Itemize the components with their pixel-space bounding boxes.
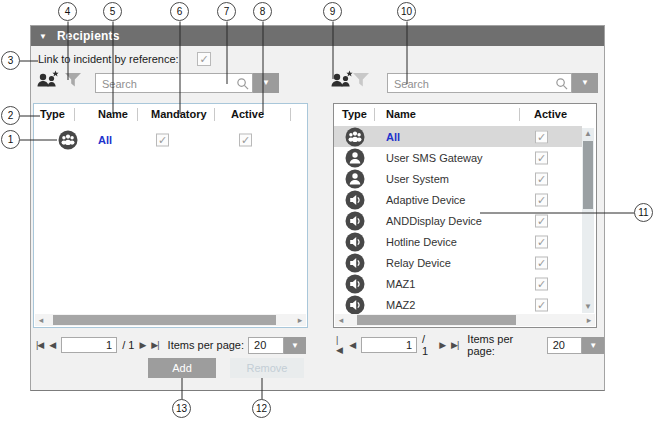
column-separator xyxy=(519,108,520,121)
right-search-dropdown-button[interactable]: ▼ xyxy=(572,73,598,93)
column-header-name[interactable]: Name xyxy=(98,108,128,120)
recipient-name: All xyxy=(98,134,112,146)
add-recipient-group-icon[interactable] xyxy=(36,70,60,90)
column-header-type[interactable]: Type xyxy=(40,108,65,120)
column-header-active[interactable]: Active xyxy=(231,108,264,120)
callout-11: 11 xyxy=(634,203,653,222)
user-icon xyxy=(345,148,365,168)
left-search-field[interactable] xyxy=(95,73,253,93)
speaker-icon xyxy=(345,211,365,231)
callout-6: 6 xyxy=(170,2,189,21)
table-row[interactable]: All✓✓ xyxy=(34,126,307,153)
horizontal-scrollbar[interactable]: ◂ ▸ xyxy=(335,314,595,326)
right-search-field[interactable] xyxy=(387,73,572,93)
column-header-type[interactable]: Type xyxy=(342,108,367,120)
filter-icon[interactable] xyxy=(64,71,82,89)
scrollbar-thumb[interactable] xyxy=(357,315,516,325)
active-checkbox[interactable]: ✓ xyxy=(535,151,548,164)
scroll-right-icon[interactable]: ▸ xyxy=(294,314,306,326)
last-page-button[interactable]: ▶| xyxy=(451,340,458,350)
table-row[interactable]: ANDDisplay Device✓ xyxy=(334,210,596,231)
callout-4: 4 xyxy=(58,2,77,21)
column-header-name[interactable]: Name xyxy=(386,108,416,120)
left-pager: |◀ ◀ / 1 ▶ ▶| Items per page: 20 ▼ xyxy=(33,336,306,354)
table-row[interactable]: Hotline Device✓ xyxy=(334,231,596,252)
items-per-page-dropdown[interactable]: ▼ xyxy=(582,337,604,354)
recipient-name: All xyxy=(386,131,400,143)
speaker-icon xyxy=(345,190,365,210)
table-row[interactable]: MAZ2✓ xyxy=(334,294,596,315)
chevron-down-icon: ▼ xyxy=(291,341,299,350)
table-row[interactable]: All✓ xyxy=(334,126,582,147)
active-checkbox[interactable]: ✓ xyxy=(535,256,548,269)
next-page-button[interactable]: ▶ xyxy=(439,340,445,350)
first-page-button[interactable]: |◀ xyxy=(336,335,343,355)
table-row[interactable]: User SMS Gateway✓ xyxy=(334,147,596,168)
chevron-down-icon: ▼ xyxy=(581,78,589,87)
speaker-icon xyxy=(345,274,365,294)
recipient-name: MAZ2 xyxy=(386,299,415,311)
table-row[interactable]: Adaptive Device✓ xyxy=(334,189,596,210)
right-search-input[interactable] xyxy=(392,75,551,93)
scroll-right-icon[interactable]: ▸ xyxy=(583,314,595,326)
active-checkbox[interactable]: ✓ xyxy=(239,133,252,146)
next-page-button[interactable]: ▶ xyxy=(139,340,145,350)
callout-10: 10 xyxy=(397,2,416,21)
last-page-button[interactable]: ▶| xyxy=(151,340,158,350)
filter-icon[interactable] xyxy=(352,71,370,89)
scroll-up-icon[interactable]: ▲ xyxy=(582,128,594,140)
items-per-page-value[interactable]: 20 xyxy=(248,337,284,354)
left-search-dropdown-button[interactable]: ▼ xyxy=(253,73,279,93)
active-checkbox[interactable]: ✓ xyxy=(535,235,548,248)
previous-page-button[interactable]: ◀ xyxy=(49,340,55,350)
column-header-active[interactable]: Active xyxy=(534,108,567,120)
vertical-scrollbar[interactable]: ▲ ▼ xyxy=(582,128,594,313)
column-header-mandatory[interactable]: Mandatory xyxy=(151,108,207,120)
active-checkbox[interactable]: ✓ xyxy=(535,298,548,311)
table-row[interactable]: User System✓ xyxy=(334,168,596,189)
collapse-icon[interactable]: ▼ xyxy=(39,32,47,41)
first-page-button[interactable]: |◀ xyxy=(36,340,43,350)
callout-7: 7 xyxy=(217,2,236,21)
add-recipient-group-icon[interactable] xyxy=(330,70,354,90)
mandatory-checkbox[interactable]: ✓ xyxy=(156,133,169,146)
items-per-page-value[interactable]: 20 xyxy=(547,337,583,354)
scroll-left-icon[interactable]: ◂ xyxy=(335,314,347,326)
items-per-page-label: Items per page: xyxy=(168,339,244,351)
horizontal-scrollbar[interactable]: ◂ ▸ xyxy=(35,314,306,326)
link-to-incident-label: Link to incident by reference: xyxy=(38,53,179,65)
scroll-left-icon[interactable]: ◂ xyxy=(35,314,47,326)
link-to-incident-checkbox[interactable]: ✓ xyxy=(197,52,211,66)
user-icon xyxy=(345,169,365,189)
chevron-down-icon: ▼ xyxy=(589,341,597,350)
table-row[interactable]: MAZ1✓ xyxy=(334,273,596,294)
left-search-input[interactable] xyxy=(100,75,232,93)
active-checkbox[interactable]: ✓ xyxy=(535,193,548,206)
remove-button[interactable]: Remove xyxy=(230,358,304,378)
scrollbar-thumb[interactable] xyxy=(53,315,276,325)
speaker-icon xyxy=(345,295,365,315)
active-checkbox[interactable]: ✓ xyxy=(535,172,548,185)
scroll-down-icon[interactable]: ▼ xyxy=(582,301,594,313)
items-per-page-label: Items per page: xyxy=(467,333,542,357)
items-per-page-dropdown[interactable]: ▼ xyxy=(284,337,306,354)
active-checkbox[interactable]: ✓ xyxy=(535,130,548,143)
search-icon xyxy=(236,77,249,90)
column-separator xyxy=(290,108,291,121)
scrollbar-thumb[interactable] xyxy=(583,141,593,209)
previous-page-button[interactable]: ◀ xyxy=(349,340,355,350)
recipient-name: Hotline Device xyxy=(386,236,457,248)
recipient-name: Relay Device xyxy=(386,257,451,269)
active-checkbox[interactable]: ✓ xyxy=(535,214,548,227)
page-number-input[interactable] xyxy=(361,337,417,353)
column-separator xyxy=(374,108,375,121)
search-icon xyxy=(555,77,568,90)
table-row[interactable]: Relay Device✓ xyxy=(334,252,596,273)
active-checkbox[interactable]: ✓ xyxy=(535,277,548,290)
add-button[interactable]: Add xyxy=(148,358,216,378)
page-number-input[interactable] xyxy=(61,337,117,353)
recipient-name: ANDDisplay Device xyxy=(386,215,482,227)
panel-titlebar[interactable]: ▼ Recipients xyxy=(31,26,604,46)
recipient-name: Adaptive Device xyxy=(386,194,466,206)
callout-2: 2 xyxy=(1,106,20,125)
